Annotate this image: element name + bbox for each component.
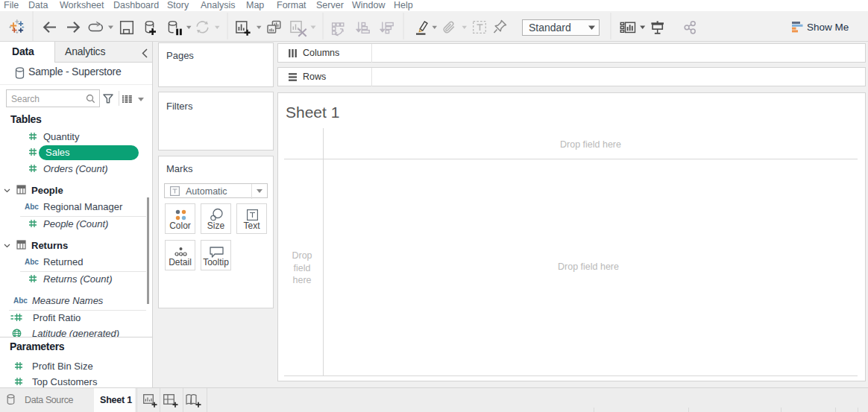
svg-text:Show Me: Show Me bbox=[807, 22, 849, 33]
svg-text:Standard: Standard bbox=[529, 22, 571, 34]
